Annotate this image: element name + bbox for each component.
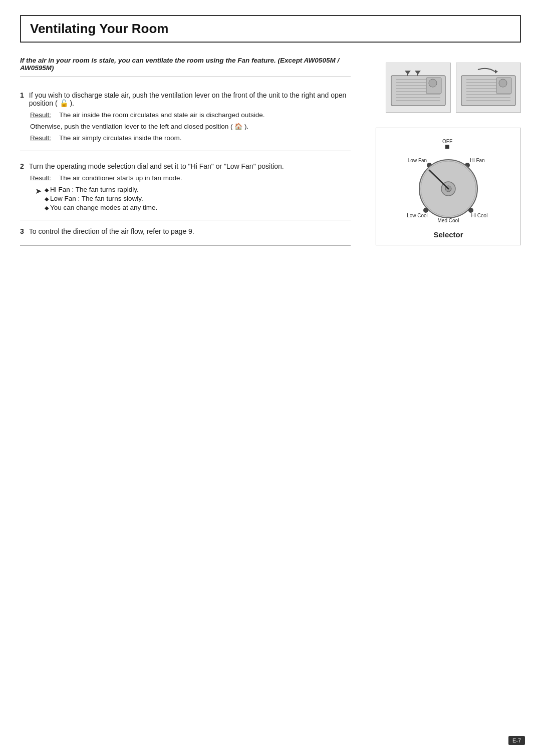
section-1-text: If you wish to discharge stale air, push… <box>29 91 351 107</box>
arrow-section: ➤ Hi Fan : The fan turns rapidly. Low Fa… <box>30 186 351 213</box>
otherwise-line: Otherwise, push the ventilation lever to… <box>30 123 351 130</box>
section-3-header: 3 To control the direction of the air fl… <box>20 227 351 235</box>
result-3-text: The air conditioner starts up in fan mod… <box>59 174 351 182</box>
bullet-list: Hi Fan : The fan turns rapidly. Low Fan … <box>45 186 157 213</box>
result-1-text: The air inside the room circulates and s… <box>59 111 351 119</box>
bullet-item-3: You can change modes at any time. <box>45 204 157 211</box>
selector-dial-svg: OFF Low Fan Hi Fan <box>393 136 503 226</box>
section-2-text: Turn the operating mode selection dial a… <box>29 162 284 170</box>
section-2-num: 2 <box>20 162 24 170</box>
section-1-num: 1 <box>20 91 24 107</box>
section-3: 3 To control the direction of the air fl… <box>20 220 351 246</box>
svg-text:Hi Cool: Hi Cool <box>471 213 488 218</box>
selector-box: OFF Low Fan Hi Fan <box>376 128 521 245</box>
section-1: 1 If you wish to discharge stale air, pu… <box>20 82 351 151</box>
section-3-text: To control the direction of the air flow… <box>29 227 194 235</box>
title-bar: Ventilating Your Room <box>20 15 521 43</box>
section-1-header: 1 If you wish to discharge stale air, pu… <box>20 91 351 107</box>
result-2-line: Result: The air simply circulates inside… <box>30 134 351 142</box>
ac-open-svg <box>389 66 448 110</box>
result-1-line: Result: The air inside the room circulat… <box>30 111 351 119</box>
page-title: Ventilating Your Room <box>30 21 511 37</box>
ac-image-closed <box>456 63 521 113</box>
result-3-line: Result: The air conditioner starts up in… <box>30 174 351 182</box>
bullet-item-2: Low Fan : The fan turns slowly. <box>45 195 157 202</box>
arrow-icon: ➤ <box>35 186 42 213</box>
result-1-label: Result: <box>30 111 54 119</box>
page-number: E-7 <box>508 736 525 745</box>
svg-point-25 <box>499 79 507 87</box>
section-1-body: Result: The air inside the room circulat… <box>20 111 351 142</box>
svg-point-40 <box>468 208 473 213</box>
section-2-header: 2 Turn the operating mode selection dial… <box>20 162 351 170</box>
intro-text: If the air in your room is stale, you ca… <box>20 57 351 77</box>
section-2: 2 Turn the operating mode selection dial… <box>20 151 351 220</box>
open-vent-icon: 🔓 <box>60 99 68 107</box>
closed-vent-icon: 🏠 <box>234 123 242 130</box>
side-col: OFF Low Fan Hi Fan <box>366 43 521 756</box>
svg-point-38 <box>423 208 428 213</box>
svg-text:Low Cool: Low Cool <box>407 213 428 218</box>
section-2-body: Result: The air conditioner starts up in… <box>20 174 351 213</box>
ac-images <box>386 63 521 113</box>
svg-text:Med Cool: Med Cool <box>438 218 459 223</box>
svg-text:Hi Fan: Hi Fan <box>470 158 484 163</box>
svg-text:OFF: OFF <box>442 139 452 144</box>
ac-closed-svg <box>459 66 518 110</box>
svg-point-10 <box>429 79 437 87</box>
content-area: If the air in your room is stale, you ca… <box>0 43 541 756</box>
main-col: If the air in your room is stale, you ca… <box>20 43 366 756</box>
svg-rect-28 <box>445 145 449 149</box>
ac-image-open <box>386 63 451 113</box>
page: Ventilating Your Room If the air in your… <box>0 0 541 756</box>
result-2-text: The air simply circulates inside the roo… <box>59 134 351 142</box>
dial-area: OFF Low Fan Hi Fan <box>393 136 503 226</box>
section-3-num: 3 <box>20 227 24 235</box>
bullet-item-1: Hi Fan : The fan turns rapidly. <box>45 186 157 193</box>
svg-marker-26 <box>495 70 498 74</box>
selector-title: Selector <box>433 230 463 239</box>
result-3-label: Result: <box>30 174 54 182</box>
result-2-label: Result: <box>30 134 54 142</box>
svg-text:Low Fan: Low Fan <box>408 158 427 163</box>
